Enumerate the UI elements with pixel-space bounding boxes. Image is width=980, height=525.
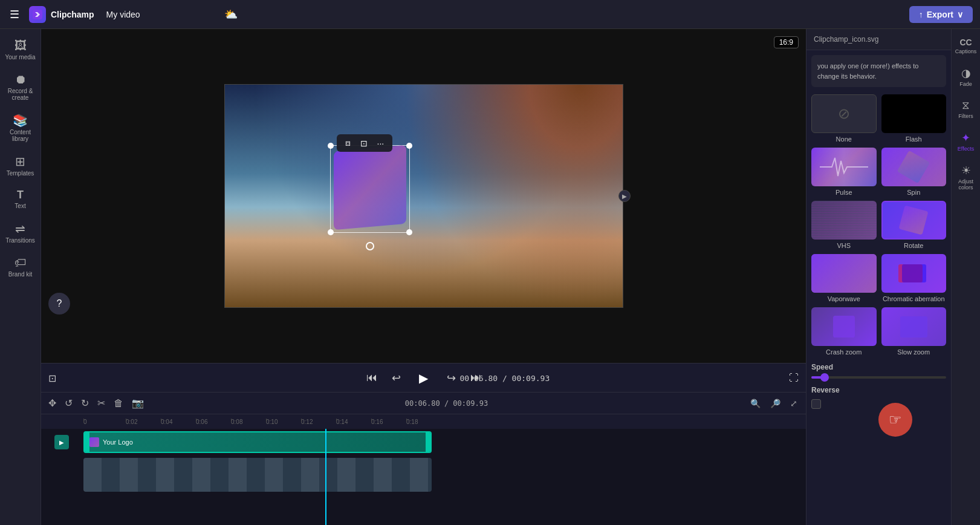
select-tool[interactable]: ✥ — [46, 395, 59, 411]
ruler-mark: 0:16 — [371, 419, 406, 425]
handle-bottom-right[interactable] — [406, 229, 412, 235]
timeline-tracks: ▶ Your Logo — [41, 429, 806, 525]
playhead[interactable] — [325, 429, 326, 525]
clip-handle-left[interactable] — [85, 432, 89, 452]
effect-vhs[interactable]: VHS — [811, 201, 877, 249]
zoom-in-button[interactable]: 🔎 — [767, 397, 784, 410]
effect-none[interactable]: ⊘ None — [811, 94, 877, 143]
speed-slider[interactable] — [811, 376, 946, 379]
sidebar-item-your-media[interactable]: 🖼 Your media — [2, 34, 39, 65]
time-display: 00:06.80 / 00:09.93 — [460, 373, 550, 382]
more-options-button[interactable]: ··· — [374, 137, 388, 149]
track-icon: ▶ — [54, 435, 69, 449]
clip-label: Your Logo — [103, 439, 133, 446]
save-frame-button[interactable]: 📷 — [129, 395, 146, 411]
rewind-button[interactable]: ↩ — [389, 369, 403, 387]
effect-spin[interactable]: Spin — [881, 148, 947, 196]
sidebar-item-templates[interactable]: ⊞ Templates — [2, 149, 39, 181]
video-track-segment — [83, 458, 432, 492]
panel-collapse-button[interactable]: ▶ — [618, 190, 631, 202]
effects-icon: ✦ — [961, 131, 970, 145]
hamburger-button[interactable]: ☰ — [7, 5, 22, 24]
video-preview[interactable]: ⧈ ⊡ ··· — [224, 84, 623, 308]
redo-button[interactable]: ↻ — [79, 395, 91, 411]
effect-pulse[interactable]: Pulse — [811, 148, 877, 196]
reverse-label: Reverse — [811, 386, 840, 394]
ruler-mark: 0:18 — [406, 419, 441, 425]
brand-kit-icon: 🏷 — [15, 256, 27, 270]
sidebar-item-label: Templates — [7, 170, 34, 177]
zoom-out-button[interactable]: 🔍 — [747, 397, 764, 410]
captions-icon: CC — [959, 38, 972, 47]
current-time: 00:06.80 — [460, 373, 498, 382]
effect-rotate-label: Rotate — [904, 242, 923, 249]
clip-handle-right[interactable] — [426, 432, 430, 452]
export-button[interactable]: ↑ Export ∨ — [909, 6, 973, 23]
effect-slow-zoom[interactable]: Slow zoom — [881, 307, 947, 356]
sticker-shape — [334, 145, 406, 230]
sidebar-item-transitions[interactable]: ⇌ Transitions — [2, 217, 39, 249]
text-icon: T — [17, 189, 24, 201]
sidebar-item-label: Record & create — [5, 88, 36, 101]
ruler-mark: 0:06 — [196, 419, 231, 425]
effect-rotate[interactable]: Rotate — [881, 201, 947, 249]
ruler-mark: 0:08 — [231, 419, 266, 425]
reverse-checkbox[interactable] — [811, 399, 821, 409]
effect-crash-zoom[interactable]: Crash zoom — [811, 307, 877, 356]
effect-chromatic[interactable]: Chromatic aberration — [881, 254, 947, 302]
time-separator: / — [502, 373, 512, 382]
effect-vaporwave[interactable]: Vaporwave — [811, 254, 877, 302]
delete-button[interactable]: 🗑 — [111, 396, 126, 411]
video-track-clip[interactable] — [83, 458, 432, 492]
forward-button[interactable]: ↪ — [444, 369, 458, 387]
handle-top-left[interactable] — [328, 143, 334, 149]
record-icon: ⏺ — [15, 73, 27, 86]
help-button[interactable]: ? — [48, 293, 70, 315]
adjust-colors-tool[interactable]: ☀ Adjust colors — [953, 160, 979, 194]
sidebar-item-content-library[interactable]: 📚 Content library — [2, 108, 39, 147]
fit-zoom-button[interactable]: ⤢ — [787, 397, 801, 410]
sidebar-item-label: Your media — [5, 54, 35, 60]
cloud-save-icon: ⛅ — [224, 8, 238, 21]
cut-button[interactable]: ✂ — [95, 395, 108, 411]
resize-button[interactable]: ⊡ — [357, 137, 371, 149]
speed-slider-thumb[interactable] — [820, 373, 829, 382]
tree-overlay — [404, 85, 623, 307]
effects-tool[interactable]: ✦ Effects — [953, 128, 979, 155]
handle-bottom-left[interactable] — [328, 229, 334, 235]
panel-header: Clipchamp_icon.svg — [806, 29, 951, 50]
undo-button[interactable]: ↺ — [62, 395, 75, 411]
sidebar-item-label: Brand kit — [8, 271, 32, 278]
app-logo: Clipchamp — [29, 6, 94, 23]
video-title-input[interactable] — [102, 7, 217, 22]
filters-label: Filters — [958, 113, 973, 119]
ruler-mark: 0:10 — [266, 419, 301, 425]
ruler-mark: 0:12 — [301, 419, 336, 425]
effect-vhs-thumb — [811, 201, 877, 240]
handle-rotate[interactable] — [366, 242, 374, 250]
crop-button[interactable]: ⧈ — [342, 137, 354, 149]
center-area: ⧈ ⊡ ··· 16:9 ? ▶ ⊡ ⏮ ↩ ▶ ↪ ⏭ 00:06.80 / — [41, 29, 806, 525]
sidebar-item-label: Content library — [5, 129, 36, 142]
sidebar-item-record[interactable]: ⏺ Record & create — [2, 68, 39, 106]
captions-label: Captions — [955, 48, 977, 54]
effect-flash[interactable]: Flash — [881, 94, 947, 143]
logo-track-clip[interactable]: Your Logo — [83, 431, 432, 453]
fade-tool[interactable]: ◑ Fade — [953, 63, 979, 91]
play-button[interactable]: ▶ — [413, 367, 435, 389]
skip-back-button[interactable]: ⏮ — [364, 369, 380, 386]
effect-spin-label: Spin — [907, 189, 920, 196]
effects-info-box: you apply one (or more!) effects to chan… — [811, 55, 946, 87]
sticker-element[interactable] — [334, 148, 406, 227]
captions-tool[interactable]: CC Captions — [953, 34, 979, 58]
effect-vhs-label: VHS — [837, 242, 851, 249]
sidebar-item-brand-kit[interactable]: 🏷 Brand kit — [2, 251, 39, 282]
fullscreen-button[interactable]: ⛶ — [789, 373, 799, 383]
effect-spin-thumb — [881, 148, 947, 186]
sidebar-item-text[interactable]: T Text — [2, 184, 39, 214]
logo-icon — [29, 6, 46, 23]
snapshot-button[interactable]: ⊡ — [48, 372, 56, 383]
handle-top-right[interactable] — [406, 143, 412, 149]
effects-panel: Clipchamp_icon.svg you apply one (or mor… — [806, 29, 951, 525]
filters-tool[interactable]: ⧖ Filters — [953, 96, 979, 123]
